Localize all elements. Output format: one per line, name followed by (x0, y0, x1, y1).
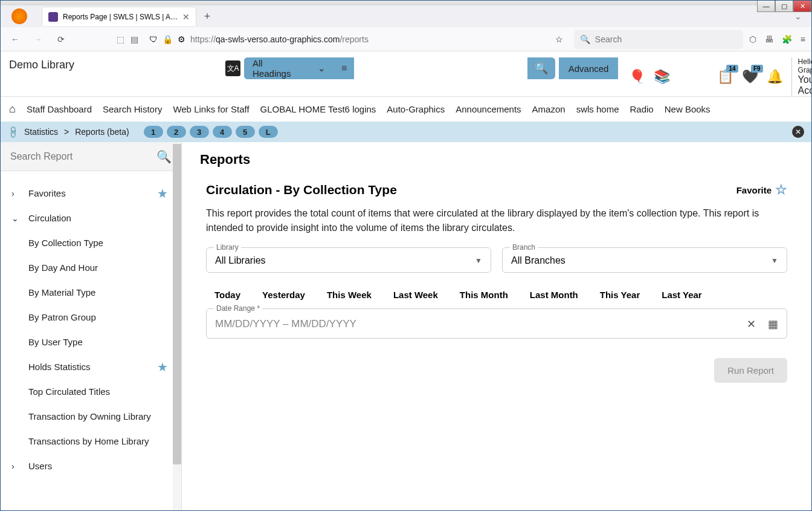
tree-trans-owning[interactable]: Transaction by Owning Library (1, 404, 181, 429)
date-range-placeholder: MM/DD/YYYY – MM/DD/YYYY (215, 318, 356, 330)
run-report-button[interactable]: Run Report (714, 358, 787, 383)
reload-button[interactable]: ⟳ (53, 31, 69, 48)
pill-1[interactable]: 1 (144, 126, 163, 138)
reader-icon[interactable]: ▤ (130, 34, 138, 44)
tree-circulation[interactable]: ⌄ Circulation (1, 206, 181, 230)
tree-by-patron-group[interactable]: By Patron Group (1, 305, 181, 330)
tree-users[interactable]: › Users (1, 454, 181, 478)
preset-today[interactable]: Today (214, 290, 240, 300)
pill-L[interactable]: L (259, 126, 278, 138)
pill-3[interactable]: 3 (190, 126, 209, 138)
main-search-input[interactable] (354, 57, 527, 79)
tree-label: By User Type (28, 337, 83, 347)
tree-by-user-type[interactable]: By User Type (1, 330, 181, 354)
preset-last-month[interactable]: Last Month (530, 290, 578, 300)
tree-by-collection-type[interactable]: By Collection Type (1, 230, 181, 255)
nav-new-books[interactable]: New Books (665, 104, 710, 114)
close-button[interactable]: ✕ (793, 0, 811, 12)
tabs-dropdown-icon[interactable]: ⌄ (794, 11, 807, 21)
extensions-icon[interactable]: 🧩 (782, 34, 792, 44)
title-bar: — ▢ ✕ (1, 1, 811, 5)
lock-icon[interactable]: 🔒 (163, 34, 173, 44)
pill-5[interactable]: 5 (236, 126, 255, 138)
window-controls: — ▢ ✕ (757, 0, 811, 12)
nav-staff-dashboard[interactable]: Staff Dashboard (27, 104, 92, 114)
pocket-icon[interactable]: ⬡ (749, 34, 756, 44)
nav-global-home[interactable]: GLOBAL HOME Test6 logins (260, 104, 376, 114)
account-block[interactable]: Hello, Auto-Graphics Your Account⌄ (791, 57, 812, 96)
pill-4[interactable]: 4 (213, 126, 232, 138)
preset-this-week[interactable]: This Week (327, 290, 372, 300)
pill-2[interactable]: 2 (167, 126, 186, 138)
search-icon[interactable]: 🔍 (156, 149, 172, 164)
nav-swls-home[interactable]: swls home (576, 104, 619, 114)
headings-dropdown[interactable]: All Headings ⌄ (244, 57, 334, 79)
forward-button[interactable]: → (30, 31, 47, 48)
breadcrumb-close-icon[interactable]: ✕ (792, 126, 804, 138)
branch-select[interactable]: Branch All Branches ▼ (502, 247, 787, 273)
balloon-icon[interactable]: 🎈 (629, 68, 645, 85)
tree-by-material-type[interactable]: By Material Type (1, 280, 181, 305)
list-badge: 14 (726, 65, 738, 73)
permissions-icon[interactable]: ⚙ (178, 34, 185, 44)
url-bar[interactable]: 🛡 🔒 ⚙ https://qa-swls-verso.auto-graphic… (143, 30, 569, 49)
search-icon[interactable]: 🔍 (527, 62, 555, 75)
nav-amazon[interactable]: Amazon (532, 104, 566, 114)
books-icon[interactable]: 📚 (654, 68, 670, 85)
report-tree: › Favorites ★ ⌄ Circulation By Collectio… (1, 171, 181, 488)
nav-bar: ← → ⟳ ⬚ ▤ 🛡 🔒 ⚙ https://qa-swls-verso.au… (1, 27, 811, 51)
nav-radio[interactable]: Radio (630, 104, 654, 114)
back-button[interactable]: ← (7, 31, 24, 48)
report-title: Circulation - By Collection Type (206, 183, 397, 197)
tree-trans-home[interactable]: Transactions by Home Library (1, 429, 181, 454)
shield-icon[interactable]: 🛡 (149, 34, 158, 44)
tree-top-circulated[interactable]: Top Circulated Titles (1, 379, 181, 404)
tree-favorites[interactable]: › Favorites ★ (1, 181, 181, 206)
print-icon[interactable]: 🖶 (765, 34, 773, 44)
search-report-input[interactable] (10, 151, 150, 162)
clear-icon[interactable]: ✕ (747, 317, 756, 331)
filters-row: Library All Libraries ▼ Branch All Branc… (206, 247, 787, 273)
app-nav: ⌂ Staff Dashboard Search History Web Lin… (1, 97, 811, 122)
calendar-icon[interactable]: ▦ (768, 317, 778, 331)
advanced-button[interactable]: Advanced (559, 57, 619, 79)
preset-yesterday[interactable]: Yesterday (262, 290, 305, 300)
sidebar-scrollbar[interactable] (173, 142, 181, 510)
minimize-button[interactable]: — (757, 0, 775, 12)
preset-last-week[interactable]: Last Week (393, 290, 438, 300)
tab-close-icon[interactable]: ✕ (182, 12, 190, 22)
nav-auto-graphics[interactable]: Auto-Graphics (387, 104, 445, 114)
tree-label: Transaction by Owning Library (28, 411, 151, 421)
nav-announcements[interactable]: Announcements (456, 104, 521, 114)
tree-by-day-hour[interactable]: By Day And Hour (1, 255, 181, 280)
bookmark-star-icon[interactable]: ☆ (555, 34, 563, 44)
heart-icon[interactable]: 🖤F9 (742, 68, 758, 85)
tree-label: Holds Statistics (28, 362, 91, 372)
library-select[interactable]: Library All Libraries ▼ (206, 247, 491, 273)
preset-last-year[interactable]: Last Year (662, 290, 701, 300)
translate-icon[interactable]: 文A (225, 60, 240, 76)
tree-holds-statistics[interactable]: Holds Statistics★ (1, 354, 181, 379)
breadcrumb-l2[interactable]: Reports (beta) (75, 127, 129, 137)
new-tab-button[interactable]: + (199, 8, 216, 25)
browser-tab[interactable]: Reports Page | SWLS | SWLS | A… ✕ (42, 7, 196, 26)
nav-search-history[interactable]: Search History (103, 104, 162, 114)
app-title: Demo Library (9, 56, 214, 71)
menu-icon[interactable]: ≡ (801, 34, 805, 44)
browser-search-box[interactable]: 🔍 Search (574, 30, 743, 49)
nav-web-links[interactable]: Web Links for Staff (173, 104, 249, 114)
date-range-field[interactable]: Date Range * MM/DD/YYYY – MM/DD/YYYY ✕ ▦ (206, 308, 787, 339)
url-area: ⬚ ▤ 🛡 🔒 ⚙ https://qa-swls-verso.auto-gra… (76, 30, 743, 49)
branch-label: Branch (510, 243, 538, 252)
database-icon[interactable]: ≡ (334, 63, 354, 74)
list-icon[interactable]: 📋14 (717, 68, 733, 85)
home-icon[interactable]: ⌂ (9, 103, 16, 116)
bell-icon[interactable]: 🔔 (767, 68, 783, 85)
extension-icon[interactable]: ⬚ (117, 34, 124, 44)
favorite-toggle[interactable]: Favorite ☆ (736, 182, 787, 198)
page-title: Reports (200, 152, 793, 168)
maximize-button[interactable]: ▢ (775, 0, 793, 12)
preset-this-year[interactable]: This Year (600, 290, 640, 300)
preset-this-month[interactable]: This Month (460, 290, 508, 300)
breadcrumb-l1[interactable]: Statistics (24, 127, 58, 137)
